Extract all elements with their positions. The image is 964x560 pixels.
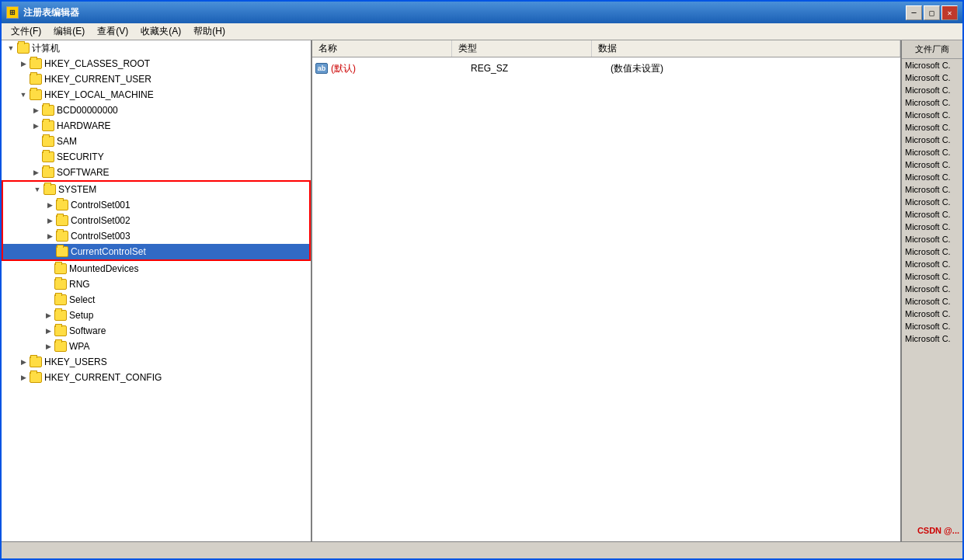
tree-label-hku: HKEY_USERS: [44, 357, 107, 367]
title-bar: ⊞ 注册表编辑器 ─ □ ✕: [2, 2, 962, 23]
tree-node-mounted[interactable]: MountedDevices: [2, 261, 311, 277]
right-item-13: Microsoft C.: [902, 208, 962, 221]
right-item-2: Microsoft C.: [902, 71, 962, 84]
tree-node-hkcr[interactable]: ▶ HKEY_CLASSES_ROOT: [2, 56, 311, 71]
tree-label-sam: SAM: [57, 136, 77, 147]
expand-hku[interactable]: ▶: [17, 356, 30, 368]
menu-bar: 文件(F) 编辑(E) 查看(V) 收藏夹(A) 帮助(H): [2, 23, 962, 40]
folder-icon-hkcr: [30, 58, 42, 69]
expand-setup[interactable]: ▶: [42, 309, 54, 322]
menu-file[interactable]: 文件(F): [5, 23, 47, 40]
folder-icon-bcd: [42, 105, 54, 116]
folder-icon-rng: [54, 279, 67, 290]
expand-hardware[interactable]: ▶: [30, 120, 42, 132]
folder-icon-hkcu: [30, 74, 42, 85]
tree-label-hardware: HARDWARE: [57, 120, 111, 131]
minimize-button[interactable]: ─: [906, 5, 922, 20]
tree-label-wpa: WPA: [69, 341, 89, 352]
tree-label-bcd: BCD00000000: [57, 105, 118, 116]
folder-icon-ccs: [56, 246, 68, 257]
tree-node-softw[interactable]: ▶ Software: [2, 323, 311, 339]
content-header: 名称 类型 数据: [312, 40, 900, 57]
close-button[interactable]: ✕: [941, 5, 958, 20]
tree-node-select[interactable]: Select: [2, 292, 311, 308]
right-item-15: Microsoft C.: [902, 233, 962, 245]
expand-hklm[interactable]: ▼: [17, 89, 30, 101]
folder-icon-computer: [17, 43, 30, 54]
menu-favorites[interactable]: 收藏夹(A): [134, 23, 187, 40]
tree-label-computer: 计算机: [32, 42, 60, 55]
folder-icon-wpa: [54, 341, 67, 352]
expand-softw[interactable]: ▶: [42, 325, 54, 337]
tree-node-setup[interactable]: ▶ Setup: [2, 308, 311, 323]
tree-node-sam[interactable]: SAM: [2, 134, 311, 149]
tree-node-security[interactable]: SECURITY: [2, 149, 311, 165]
expand-hkcr[interactable]: ▶: [17, 57, 30, 70]
menu-view[interactable]: 查看(V): [91, 23, 134, 40]
tree-node-system[interactable]: ▼ SYSTEM: [3, 182, 309, 197]
tree-node-cs002[interactable]: ▶ ControlSet002: [3, 213, 309, 228]
tree-node-hkcu[interactable]: HKEY_CURRENT_USER: [2, 71, 311, 87]
folder-icon-cs001: [56, 200, 68, 210]
content-row-default[interactable]: ab (默认) REG_SZ (数值未设置): [312, 61, 900, 76]
tree-label-cs001: ControlSet001: [71, 200, 131, 210]
right-item-1: Microsoft C.: [902, 59, 962, 71]
tree-panel[interactable]: ▼ 计算机 ▶ HKEY_CLASSES_ROOT HKEY_CURRENT_U…: [2, 40, 312, 541]
tree-label-select: Select: [69, 294, 95, 305]
tree-node-cs001[interactable]: ▶ ControlSet001: [3, 197, 309, 213]
tree-node-computer[interactable]: ▼ 计算机: [2, 40, 311, 56]
expand-software-hklm[interactable]: ▶: [30, 166, 42, 179]
tree-node-hklm[interactable]: ▼ HKEY_LOCAL_MACHINE: [2, 87, 311, 103]
tree-node-rng[interactable]: RNG: [2, 277, 311, 292]
tree-label-hkcc: HKEY_CURRENT_CONFIG: [44, 372, 162, 383]
folder-icon-setup: [54, 310, 67, 321]
tree-node-bcd[interactable]: ▶ BCD00000000: [2, 103, 311, 118]
tree-node-ccs[interactable]: CurrentControlSet: [3, 244, 309, 259]
status-bar: [2, 541, 962, 558]
right-panel-items: Microsoft C. Microsoft C. Microsoft C. M…: [902, 59, 962, 345]
folder-icon-hkcc: [30, 372, 42, 383]
right-item-21: Microsoft C.: [902, 308, 962, 320]
expand-cs003[interactable]: ▶: [44, 230, 56, 242]
tree-label-cs002: ControlSet002: [71, 215, 131, 226]
expand-hkcc[interactable]: ▶: [17, 371, 30, 384]
tree-node-hkcc[interactable]: ▶ HKEY_CURRENT_CONFIG: [2, 370, 311, 385]
registry-editor-window: ⊞ 注册表编辑器 ─ □ ✕ 文件(F) 编辑(E) 查看(V) 收藏夹(A) …: [0, 0, 964, 560]
tree-label-software-hklm: SOFTWARE: [57, 167, 110, 178]
col-header-name: 名称: [312, 40, 452, 57]
tree-node-wpa[interactable]: ▶ WPA: [2, 339, 311, 354]
tree-node-software-hklm[interactable]: ▶ SOFTWARE: [2, 165, 311, 180]
right-item-3: Microsoft C.: [902, 84, 962, 96]
tree-label-hkcr: HKEY_CLASSES_ROOT: [44, 58, 150, 69]
folder-icon-select: [54, 294, 67, 305]
expand-system[interactable]: ▼: [31, 183, 44, 196]
tree-node-hku[interactable]: ▶ HKEY_USERS: [2, 354, 311, 370]
expand-cs002[interactable]: ▶: [44, 214, 56, 227]
right-item-10: Microsoft C.: [902, 171, 962, 183]
tree-node-cs003[interactable]: ▶ ControlSet003: [3, 228, 309, 244]
right-item-17: Microsoft C.: [902, 258, 962, 270]
tree-label-security: SECURITY: [57, 151, 104, 162]
right-item-8: Microsoft C.: [902, 146, 962, 158]
expand-computer[interactable]: ▼: [5, 42, 17, 54]
right-item-6: Microsoft C.: [902, 121, 962, 134]
cell-type-default: REG_SZ: [471, 63, 611, 74]
reg-value-icon: ab: [315, 63, 328, 74]
tree-label-hkcu: HKEY_CURRENT_USER: [44, 74, 151, 85]
menu-edit[interactable]: 编辑(E): [47, 23, 91, 40]
col-header-type: 类型: [452, 40, 592, 57]
tree-node-hardware[interactable]: ▶ HARDWARE: [2, 118, 311, 134]
folder-icon-softw: [54, 325, 67, 336]
maximize-button[interactable]: □: [924, 5, 940, 20]
tree-label-rng: RNG: [69, 279, 90, 290]
right-item-11: Microsoft C.: [902, 183, 962, 196]
expand-wpa[interactable]: ▶: [42, 340, 54, 353]
col-header-data: 数据: [592, 40, 900, 57]
expand-cs001[interactable]: ▶: [44, 199, 56, 211]
expand-bcd[interactable]: ▶: [30, 104, 42, 117]
menu-help[interactable]: 帮助(H): [187, 23, 231, 40]
window-controls: ─ □ ✕: [906, 5, 958, 20]
right-item-16: Microsoft C.: [902, 245, 962, 258]
csdn-watermark: CSDN @...: [917, 526, 959, 535]
folder-icon-security: [42, 151, 54, 162]
